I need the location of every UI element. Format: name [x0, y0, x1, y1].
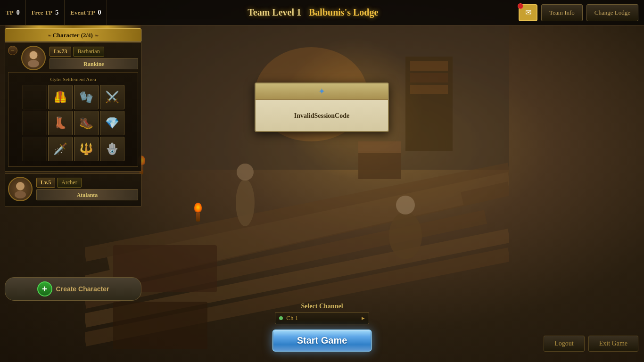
item-icon-5: 👢	[53, 116, 67, 130]
create-character-button[interactable]: + Create Character	[5, 277, 141, 301]
equip-slot-9[interactable]: 🗡️	[48, 137, 73, 161]
equip-slot-10[interactable]: 🔱	[74, 137, 99, 161]
char2-avatar	[8, 177, 33, 201]
equip-slot-11[interactable]: 🪬	[100, 137, 124, 161]
item-icon-7: 💎	[105, 116, 119, 130]
character-card-2: Lv.5 Archer Atalanta	[5, 173, 141, 206]
svg-point-25	[15, 191, 26, 198]
remove-char1-button[interactable]: −	[8, 46, 17, 55]
char2-name: Atalanta	[77, 192, 98, 198]
exit-game-button[interactable]: Exit Game	[588, 336, 638, 352]
svg-rect-16	[113, 302, 207, 349]
svg-rect-13	[358, 151, 401, 179]
char1-avatar-svg	[24, 49, 43, 67]
equip-slot-7[interactable]: 💎	[100, 111, 124, 135]
item-icon-10: 🔱	[79, 142, 93, 156]
char1-avatar	[21, 46, 46, 70]
char1-class: Barbarian	[73, 47, 104, 57]
svg-point-24	[16, 182, 25, 190]
logout-button[interactable]: Logout	[544, 336, 584, 352]
notification-dot	[518, 3, 523, 9]
channel-arrow: ▸	[362, 314, 365, 322]
tp-value: 0	[17, 9, 20, 16]
lodge-name: Balbunis's Lodge	[309, 7, 378, 17]
modal-body: InvalidSessionCode	[256, 100, 388, 131]
equip-slot-4[interactable]	[22, 111, 47, 135]
char2-top: Lv.5 Archer Atalanta	[8, 177, 138, 201]
char2-class: Archer	[57, 178, 81, 188]
scene-svg	[85, 19, 509, 349]
mail-icon: ✉	[525, 8, 531, 17]
channel-text: Ch 1	[286, 314, 298, 321]
svg-rect-12	[410, 85, 448, 94]
event-tp-item: Event TP 0	[65, 0, 107, 25]
team-level-section: Team Level 1 Balbunis's Lodge	[107, 7, 519, 18]
svg-point-20	[396, 196, 415, 214]
char2-tags: Lv.5 Archer	[36, 178, 138, 188]
char1-name: Rankine	[83, 61, 104, 67]
tp-label: TP	[6, 9, 14, 16]
equip-slot-1[interactable]: 🦺	[48, 85, 73, 109]
channel-section: Select Channel Ch 1 ▸	[275, 303, 369, 324]
top-right-buttons: ✉ Team Info Change Lodge	[519, 4, 644, 21]
modal-star-icon: ✦	[318, 87, 325, 96]
notification-button[interactable]: ✉	[519, 4, 537, 21]
char2-level: Lv.5	[36, 178, 55, 188]
create-plus-icon: +	[37, 281, 52, 296]
item-icon-11: 🪬	[105, 142, 119, 156]
char1-level: Lv.73	[50, 47, 71, 57]
top-bar: TP 0 Free TP 5 Event TP 0 Team Level 1 B…	[0, 0, 644, 25]
equip-slot-5[interactable]: 👢	[48, 111, 73, 135]
event-tp-label: Event TP	[70, 9, 95, 16]
equip-location: Gytis Settlement Area	[12, 76, 134, 82]
equip-slot-3[interactable]: ⚔️	[100, 85, 124, 109]
svg-rect-10	[410, 61, 448, 71]
char2-avatar-svg	[11, 180, 30, 198]
channel-select[interactable]: Ch 1 ▸	[275, 312, 369, 324]
item-icon-6: 🥾	[79, 116, 93, 130]
equip-slot-6[interactable]: 🥾	[74, 111, 99, 135]
character-card-1: − Lv.73 Barbarian Rankine	[5, 42, 141, 172]
svg-point-19	[389, 212, 422, 259]
char1-top: Lv.73 Barbarian Rankine	[8, 46, 138, 70]
modal-dialog: ✦ InvalidSessionCode	[255, 82, 389, 132]
svg-rect-11	[410, 73, 448, 82]
char1-tags: Lv.73 Barbarian	[50, 47, 138, 57]
modal-message: InvalidSessionCode	[294, 112, 349, 119]
free-tp-label: Free TP	[32, 9, 53, 16]
free-tp-item: Free TP 5	[26, 0, 65, 25]
channel-dot	[279, 316, 283, 320]
char1-name-bar: Rankine	[50, 58, 138, 69]
modal-header: ✦	[256, 83, 388, 100]
tp-group: TP 0 Free TP 5 Event TP 0	[0, 0, 107, 25]
item-icon-1: 🦺	[53, 90, 67, 104]
item-icon-3: ⚔️	[105, 90, 119, 104]
char1-info: Lv.73 Barbarian Rankine	[50, 47, 138, 69]
item-icon-2: 🧤	[79, 90, 93, 104]
channel-value: Ch 1	[279, 314, 298, 322]
start-game-button[interactable]: Start Game	[272, 329, 372, 352]
item-icon-9: 🗡️	[53, 142, 67, 156]
char2-name-bar: Atalanta	[36, 189, 138, 200]
panel-title: Character (2/4)	[53, 32, 93, 39]
channel-label: Select Channel	[275, 303, 369, 310]
modal-box: ✦ InvalidSessionCode	[255, 82, 389, 132]
svg-point-17	[236, 179, 255, 226]
equip-slot-2[interactable]: 🧤	[74, 85, 99, 109]
start-game-section: Start Game	[272, 329, 372, 352]
create-character-label: Create Character	[56, 285, 109, 293]
bottom-right-buttons: Logout Exit Game	[544, 336, 638, 352]
equip-row-3: 🗡️ 🔱 🪬	[12, 137, 134, 161]
equip-slot-8[interactable]	[22, 137, 47, 161]
equipment-area: Gytis Settlement Area 🦺 🧤 ⚔️	[8, 72, 138, 167]
team-info-button[interactable]: Team Info	[541, 4, 583, 21]
equip-slot-0[interactable]	[22, 85, 47, 109]
change-lodge-button[interactable]: Change Lodge	[586, 4, 638, 21]
svg-rect-14	[358, 141, 401, 153]
free-tp-value: 5	[55, 9, 58, 16]
panel-title-bar: ❧ Character (2/4) ❧	[5, 28, 141, 41]
event-tp-value: 0	[98, 9, 101, 16]
equip-row-1: 🦺 🧤 ⚔️	[12, 85, 134, 109]
char2-info: Lv.5 Archer Atalanta	[36, 178, 138, 200]
svg-point-18	[237, 164, 254, 181]
